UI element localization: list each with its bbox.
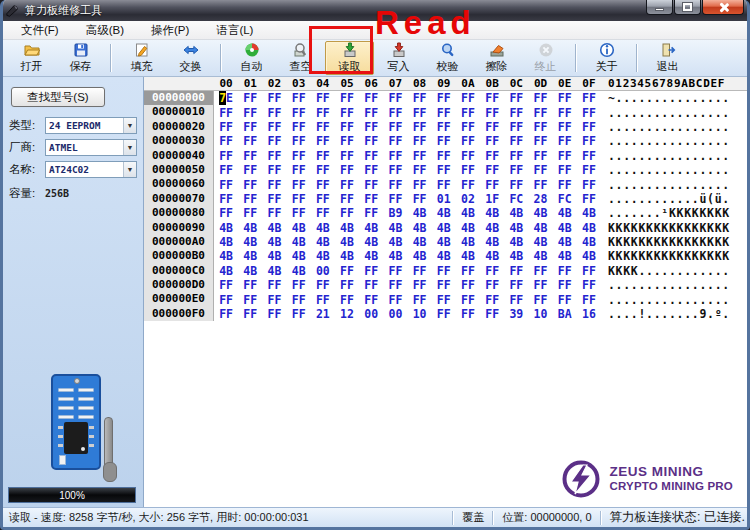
hex-byte-cell[interactable]: FF <box>238 106 262 120</box>
hex-byte-cell[interactable]: FF <box>287 120 311 134</box>
hex-byte-cell[interactable]: FF <box>335 293 359 307</box>
hex-byte-cell[interactable]: 1F <box>480 192 504 206</box>
auto-button[interactable]: 自动 <box>227 41 276 75</box>
hex-byte-cell[interactable]: FF <box>287 134 311 148</box>
hex-byte-cell[interactable]: FF <box>504 163 528 177</box>
hex-byte-cell[interactable]: FF <box>238 206 262 220</box>
hex-byte-cell[interactable]: 4B <box>456 235 480 249</box>
hex-byte-cell[interactable]: FF <box>311 120 335 134</box>
hex-byte-cell[interactable]: FF <box>504 134 528 148</box>
hex-byte-cell[interactable]: FF <box>456 91 480 105</box>
hex-byte-cell[interactable]: FF <box>359 178 383 192</box>
hex-byte-cell[interactable]: FF <box>553 134 577 148</box>
hex-byte-cell[interactable]: 00 <box>311 264 335 278</box>
hex-byte-cell[interactable]: FF <box>456 120 480 134</box>
hex-byte-cell[interactable]: FF <box>553 163 577 177</box>
verify-button[interactable]: 校验 <box>423 41 472 75</box>
hex-byte-cell[interactable]: FF <box>504 106 528 120</box>
hex-byte-cell[interactable]: FF <box>432 264 456 278</box>
menu-item-file[interactable]: 文件(F) <box>12 21 68 40</box>
hex-byte-cell[interactable]: FF <box>311 206 335 220</box>
hex-byte-cell[interactable]: FF <box>335 91 359 105</box>
hex-byte-cell[interactable]: FF <box>553 91 577 105</box>
hex-byte-cell[interactable]: FF <box>432 106 456 120</box>
hex-byte-cell[interactable]: 4B <box>287 235 311 249</box>
ascii-cell[interactable]: ................ <box>602 293 730 307</box>
hex-byte-cell[interactable]: FF <box>311 106 335 120</box>
hex-byte-cell[interactable]: 00 <box>359 307 383 321</box>
hex-byte-cell[interactable]: FF <box>504 278 528 292</box>
hex-byte-cell[interactable]: FF <box>214 278 238 292</box>
hex-byte-cell[interactable]: FF <box>311 178 335 192</box>
hex-byte-cell[interactable]: FF <box>553 264 577 278</box>
hex-byte-cell[interactable]: FC <box>504 192 528 206</box>
hex-byte-cell[interactable]: FF <box>359 163 383 177</box>
ascii-cell[interactable]: ................ <box>602 278 730 292</box>
hex-byte-cell[interactable]: FF <box>238 163 262 177</box>
hex-byte-cell[interactable]: FC <box>553 192 577 206</box>
hex-byte-cell[interactable]: 4B <box>432 221 456 235</box>
hex-byte-cell[interactable]: FF <box>359 120 383 134</box>
about-button[interactable]: 关于 <box>582 41 631 75</box>
hex-byte-cell[interactable]: FF <box>359 264 383 278</box>
hex-byte-cell[interactable]: 4B <box>577 235 601 249</box>
hex-byte-cell[interactable]: FF <box>432 163 456 177</box>
hex-byte-cell[interactable]: 4B <box>214 264 238 278</box>
hex-byte-cell[interactable]: FF <box>504 149 528 163</box>
type-dropdown[interactable]: 24 EEPROM▼ <box>45 117 137 134</box>
hex-byte-cell[interactable]: 4B <box>553 206 577 220</box>
hex-byte-cell[interactable]: FF <box>456 149 480 163</box>
hex-byte-cell[interactable]: 4B <box>456 221 480 235</box>
hex-cursor[interactable]: 7 <box>219 91 226 105</box>
hex-byte-cell[interactable]: FF <box>214 206 238 220</box>
hex-byte-cell[interactable]: FF <box>383 106 407 120</box>
hex-byte-cell[interactable]: 4B <box>528 249 552 263</box>
hex-byte-cell[interactable]: FF <box>335 106 359 120</box>
hex-byte-cell[interactable]: FF <box>480 134 504 148</box>
hex-byte-cell[interactable]: FF <box>528 163 552 177</box>
hex-byte-cell[interactable]: FF <box>262 206 286 220</box>
hex-byte-cell[interactable]: FF <box>528 106 552 120</box>
hex-byte-cell[interactable]: 4B <box>262 221 286 235</box>
hex-byte-cell[interactable]: FF <box>359 192 383 206</box>
hex-byte-cell[interactable]: FF <box>262 178 286 192</box>
hex-byte-cell[interactable]: FF <box>480 278 504 292</box>
hex-byte-cell[interactable]: 4B <box>311 249 335 263</box>
hex-byte-cell[interactable]: FF <box>577 163 601 177</box>
hex-byte-cell[interactable]: FF <box>262 307 286 321</box>
hex-byte-cell[interactable]: FF <box>359 206 383 220</box>
hex-byte-cell[interactable]: 4B <box>383 249 407 263</box>
hex-byte-cell[interactable]: 4B <box>287 221 311 235</box>
save-button[interactable]: 保存 <box>56 41 105 75</box>
hex-byte-cell[interactable]: B9 <box>383 206 407 220</box>
hex-byte-cell[interactable]: FF <box>238 278 262 292</box>
maximize-button[interactable] <box>674 0 701 15</box>
hex-byte-cell[interactable]: FF <box>577 134 601 148</box>
hex-byte-cell[interactable]: FF <box>238 178 262 192</box>
hex-byte-cell[interactable]: FF <box>456 278 480 292</box>
ascii-cell[interactable]: ................ <box>602 134 730 148</box>
hex-byte-cell[interactable]: 4B <box>577 249 601 263</box>
hex-byte-cell[interactable]: FF <box>408 192 432 206</box>
hex-byte-cell[interactable]: FF <box>383 134 407 148</box>
ascii-cell[interactable]: ................ <box>602 178 730 192</box>
hex-byte-cell[interactable]: FF <box>408 134 432 148</box>
hex-byte-cell[interactable]: 4B <box>504 249 528 263</box>
hex-byte-cell[interactable]: FF <box>408 264 432 278</box>
hex-byte-cell[interactable]: FF <box>553 120 577 134</box>
hex-byte-cell[interactable]: FF <box>214 120 238 134</box>
hex-byte-cell[interactable]: FF <box>238 192 262 206</box>
hex-byte-cell[interactable]: 4B <box>432 235 456 249</box>
hex-byte-cell[interactable]: FF <box>311 293 335 307</box>
hex-byte-cell[interactable]: FF <box>577 278 601 292</box>
hex-byte-cell[interactable]: FF <box>577 293 601 307</box>
hex-byte-cell[interactable]: FF <box>456 163 480 177</box>
hex-byte-cell[interactable]: FF <box>528 91 552 105</box>
hex-byte-cell[interactable]: FF <box>214 163 238 177</box>
hex-byte-cell[interactable]: FF <box>359 134 383 148</box>
hex-byte-cell[interactable]: 4B <box>335 235 359 249</box>
hex-byte-cell[interactable]: FF <box>456 293 480 307</box>
hex-byte-cell[interactable]: FF <box>262 106 286 120</box>
hex-byte-cell[interactable]: FF <box>311 91 335 105</box>
hex-byte-cell[interactable]: FF <box>480 149 504 163</box>
